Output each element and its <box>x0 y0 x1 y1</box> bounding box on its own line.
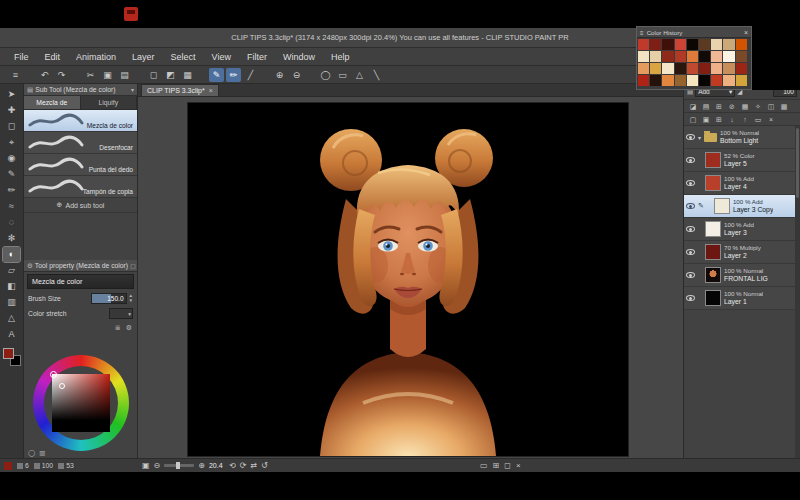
color-swatch[interactable] <box>687 51 698 62</box>
layer-row[interactable]: ▾ ✎ 100 % Normal Bottom Light <box>684 126 795 149</box>
tab-close-icon[interactable]: × <box>209 87 213 94</box>
subtool-item[interactable]: Desenfocar <box>24 132 137 154</box>
palette-view-icon[interactable]: ▩ <box>778 101 790 112</box>
selection-add-icon[interactable]: ⊞ <box>493 461 500 470</box>
eyedropper-tool[interactable]: ◉ <box>3 151 20 166</box>
color-swatch[interactable] <box>675 75 686 86</box>
color-swatch[interactable] <box>650 39 661 50</box>
pen-tool[interactable]: ✎ <box>3 167 20 182</box>
visibility-eye-icon[interactable] <box>686 272 695 278</box>
zoom-slider-handle[interactable] <box>176 462 180 469</box>
subtool-tab[interactable]: Liquify <box>81 96 138 109</box>
polygon-shape-icon[interactable]: △ <box>352 68 367 82</box>
subtool-item[interactable]: Punta del dedo <box>24 154 137 176</box>
brush-size-value[interactable]: 150.0 <box>91 293 127 304</box>
color-swatch[interactable] <box>675 63 686 74</box>
new-vector-layer-icon[interactable]: ▣ <box>700 114 712 125</box>
selection-border-icon[interactable]: ▦ <box>180 68 195 82</box>
pencil-tool[interactable]: ✏ <box>3 183 20 198</box>
close-icon[interactable]: × <box>744 29 748 36</box>
layer-row[interactable]: ▾ ✎ 100 % Add Layer 4 <box>684 172 795 195</box>
color-swatch[interactable] <box>711 51 722 62</box>
move-tool[interactable]: ✚ <box>3 103 20 118</box>
foreground-color-swatch[interactable] <box>3 348 14 359</box>
paste-icon[interactable]: ▤ <box>117 68 132 82</box>
copy-icon[interactable]: ▣ <box>100 68 115 82</box>
cut-icon[interactable]: ✂ <box>83 68 98 82</box>
reference-layer-icon[interactable]: ▤ <box>700 101 712 112</box>
color-swatch[interactable] <box>650 63 661 74</box>
color-swatch[interactable] <box>699 51 710 62</box>
document-tab[interactable]: CLIP TIPS 3.3clip* × <box>141 84 219 96</box>
line-shape-icon[interactable]: ╲ <box>369 68 384 82</box>
ellipse-shape-icon[interactable]: ◯ <box>318 68 333 82</box>
property-list-icon[interactable]: ≣ <box>115 324 121 332</box>
new-raster-layer-icon[interactable]: ▢ <box>687 114 699 125</box>
color-swatch[interactable] <box>638 39 649 50</box>
color-swatch[interactable] <box>699 75 710 86</box>
main-menu-icon[interactable]: ≡ <box>8 68 23 82</box>
layer-row[interactable]: ▾ ✎ 100 % Normal FRONTAL LIG <box>684 264 795 287</box>
figure-tool[interactable]: △ <box>3 311 20 326</box>
visibility-eye-icon[interactable] <box>686 249 695 255</box>
color-swatch[interactable] <box>662 51 673 62</box>
color-swatch[interactable] <box>723 51 734 62</box>
clear-selection-icon[interactable]: × <box>516 461 521 470</box>
visibility-eye-icon[interactable] <box>686 134 695 140</box>
ruler-layer-icon[interactable]: ✧ <box>752 101 764 112</box>
menu-item[interactable]: Layer <box>124 52 163 62</box>
subtool-item[interactable]: Mezcla de color <box>24 110 137 132</box>
color-swatch[interactable] <box>699 63 710 74</box>
brush-tool[interactable]: ≈ <box>3 199 20 214</box>
transfer-to-lower-icon[interactable]: ↓ <box>726 114 738 125</box>
deselect-icon[interactable]: ◻ <box>146 68 161 82</box>
menu-item[interactable]: Animation <box>68 52 124 62</box>
fit-to-screen-icon[interactable]: ▣ <box>142 461 150 470</box>
color-swatch[interactable] <box>675 51 686 62</box>
layer-row[interactable]: ▾ ✎ 52 % Color Layer 5 <box>684 149 795 172</box>
menu-item[interactable]: Edit <box>37 52 69 62</box>
color-swatch[interactable] <box>687 63 698 74</box>
subtool-tab[interactable]: Mezcla de <box>24 96 81 109</box>
color-swatch[interactable] <box>662 63 673 74</box>
fill-tool[interactable]: ◧ <box>3 279 20 294</box>
layer-mask-icon[interactable]: ▭ <box>752 114 764 125</box>
layer-scrollbar[interactable] <box>795 126 800 458</box>
gradient-tool[interactable]: ▥ <box>3 295 20 310</box>
rotate-ccw-icon[interactable]: ⟲ <box>229 461 236 470</box>
color-stretch-select[interactable]: ▾ <box>109 308 133 319</box>
visibility-eye-icon[interactable] <box>686 226 695 232</box>
property-settings-icon[interactable]: ⚙ <box>126 324 132 332</box>
wheel-mode-icon[interactable]: ◯ <box>28 449 35 457</box>
color-swatch[interactable] <box>687 39 698 50</box>
selection-marquee-icon[interactable]: ◻ <box>504 461 511 470</box>
lock-layer-icon[interactable]: ⊞ <box>713 101 725 112</box>
blend-tool[interactable]: ◐ <box>3 247 20 262</box>
new-folder-icon[interactable]: ⊞ <box>713 114 725 125</box>
zoom-in-icon[interactable]: ⊕ <box>198 461 205 470</box>
brush-size-stepper[interactable]: ▲ ▼ <box>129 294 133 303</box>
color-swatch[interactable] <box>711 63 722 74</box>
menu-item[interactable]: Help <box>323 52 358 62</box>
burger-icon[interactable]: ≡ <box>640 29 644 36</box>
zoom-out-icon[interactable]: ⊖ <box>289 68 304 82</box>
color-swatch[interactable] <box>736 63 747 74</box>
color-swatch[interactable] <box>638 63 649 74</box>
panel-menu-icon[interactable]: ▤ <box>27 86 33 94</box>
color-swatch[interactable] <box>638 51 649 62</box>
selection-pen-icon[interactable]: ✎ <box>209 68 224 82</box>
spin-down-icon[interactable]: ▼ <box>129 299 133 304</box>
add-subtool-button[interactable]: ⊕ Add sub tool <box>24 198 137 213</box>
visibility-eye-icon[interactable] <box>686 203 695 209</box>
layer-row[interactable]: ▾ ✎ 100 % Add Layer 3 <box>684 218 795 241</box>
color-swatch[interactable] <box>736 75 747 86</box>
reset-rotation-icon[interactable]: ↺ <box>261 461 268 470</box>
visibility-eye-icon[interactable] <box>686 180 695 186</box>
hue-cursor[interactable] <box>50 371 57 378</box>
operation-tool[interactable]: ➤ <box>3 87 20 102</box>
selection-rect-icon[interactable]: ▭ <box>480 461 488 470</box>
color-swatch[interactable] <box>711 39 722 50</box>
airbrush-tool[interactable]: ◌ <box>3 215 20 230</box>
selection-tool[interactable]: ◻ <box>3 119 20 134</box>
menu-item[interactable]: Select <box>163 52 204 62</box>
